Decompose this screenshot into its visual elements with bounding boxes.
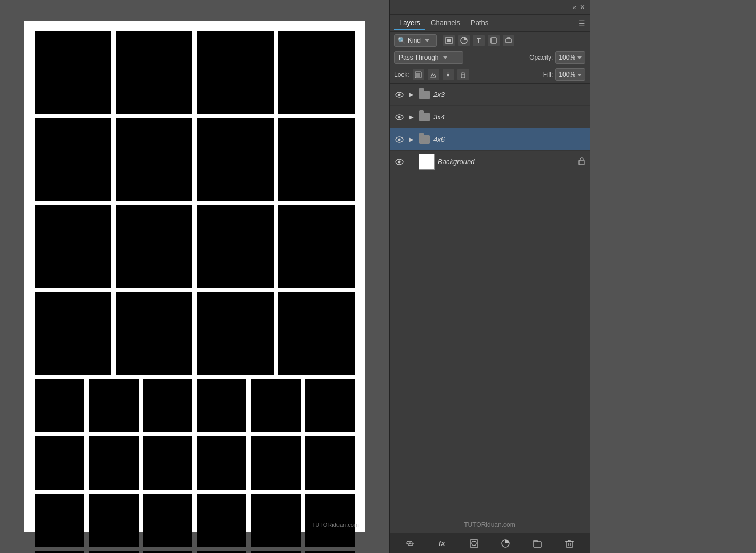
shape-filter-icon[interactable]: [488, 35, 500, 46]
lock-move-btn[interactable]: [443, 69, 454, 80]
layer-visibility-background[interactable]: [394, 157, 405, 167]
cell: [305, 494, 355, 547]
panel-menu-icon[interactable]: ☰: [578, 19, 585, 28]
add-mask-button[interactable]: [467, 536, 481, 551]
layer-folder-icon-3x4: [419, 111, 430, 123]
tab-channels[interactable]: Channels: [425, 17, 465, 30]
titlebar-icons: « ✕: [573, 3, 585, 11]
cell: [197, 436, 246, 490]
fx-label: fx: [439, 539, 445, 547]
layer-expand-2x3[interactable]: ▶: [408, 91, 415, 99]
svg-rect-17: [470, 540, 478, 547]
cell: [35, 494, 84, 547]
svg-rect-1: [447, 39, 451, 42]
fx-button[interactable]: fx: [435, 536, 449, 551]
smart-filter-icon[interactable]: [503, 35, 514, 46]
layer-item-background[interactable]: Background: [390, 151, 590, 173]
cell: [35, 205, 111, 288]
group-3x4: [35, 205, 355, 375]
fill-value[interactable]: 100%: [555, 68, 585, 81]
cell: [278, 31, 355, 114]
search-icon: 🔍: [398, 37, 406, 44]
svg-rect-3: [491, 38, 496, 43]
layer-name-4x6: 4x6: [433, 135, 585, 143]
kind-dropdown[interactable]: 🔍 Kind: [394, 34, 437, 47]
opacity-section: Opacity: 100%: [529, 51, 585, 64]
pixel-filter-icon[interactable]: [443, 35, 455, 46]
cell: [89, 494, 138, 547]
blend-mode-dropdown[interactable]: Pass Through: [394, 51, 463, 64]
layers-list: ▶ 2x3 ▶ 3x4 ▶ 4x6: [390, 84, 590, 517]
layer-item-3x4[interactable]: ▶ 3x4: [390, 106, 590, 128]
collapse-icon[interactable]: «: [573, 3, 576, 11]
add-adjustment-button[interactable]: [498, 536, 513, 551]
lock-pixel-btn[interactable]: [413, 69, 424, 80]
type-filter-icon[interactable]: T: [473, 35, 485, 46]
cell: [143, 379, 192, 432]
layer-visibility-4x6[interactable]: [394, 134, 405, 145]
fill-label: Fill:: [543, 71, 553, 78]
cell: [116, 205, 192, 288]
cell: [251, 379, 300, 432]
cell: [35, 436, 84, 490]
lock-paint-btn[interactable]: [428, 69, 439, 80]
lock-label: Lock:: [394, 71, 409, 78]
new-group-button[interactable]: [530, 536, 545, 551]
svg-rect-20: [534, 542, 541, 547]
canvas-area: TUTORiduan.com: [0, 0, 389, 553]
cell: [197, 292, 274, 375]
svg-rect-21: [566, 541, 573, 547]
blending-row: Pass Through Opacity: 100%: [390, 49, 590, 66]
svg-point-11: [398, 116, 401, 118]
cell: [35, 118, 111, 201]
group-2x3: [35, 31, 355, 201]
cell: [89, 379, 138, 432]
panel-toolbar: fx: [390, 533, 590, 553]
layer-expand-4x6[interactable]: ▶: [408, 136, 415, 143]
cell: [197, 205, 274, 288]
tab-layers[interactable]: Layers: [394, 17, 425, 30]
lock-row: Lock: Fill: 100%: [390, 66, 590, 84]
layer-locked-icon: [578, 157, 585, 167]
cell: [89, 436, 138, 490]
cell: [251, 494, 300, 547]
document-canvas: TUTORiduan.com: [24, 21, 365, 532]
tab-paths[interactable]: Paths: [465, 17, 494, 30]
cell: [197, 379, 246, 432]
layer-visibility-3x4[interactable]: [394, 112, 405, 123]
cell: [197, 118, 274, 201]
group-4x6: [35, 379, 355, 553]
fill-chevron-icon: [577, 74, 582, 76]
blend-chevron-icon: [443, 56, 447, 59]
cell: [278, 205, 355, 288]
panel-watermark: TUTORiduan.com: [390, 517, 590, 533]
grid-row-2x3-1: [35, 31, 355, 114]
cell: [143, 436, 192, 490]
grid-row-4x6-1: [35, 379, 355, 432]
grid-row-3x4-2: [35, 292, 355, 375]
svg-point-15: [398, 160, 401, 163]
panel-tabs: Layers Channels Paths ☰: [390, 15, 590, 32]
layer-item-2x3[interactable]: ▶ 2x3: [390, 84, 590, 106]
canvas-watermark: TUTORiduan.com: [312, 522, 359, 528]
cell: [278, 118, 355, 201]
svg-point-9: [398, 93, 401, 96]
grid-row-4x6-3: [35, 494, 355, 547]
delete-layer-button[interactable]: [562, 536, 577, 551]
layer-thumb-background: [419, 154, 435, 170]
layer-item-4x6[interactable]: ▶ 4x6: [390, 128, 590, 151]
svg-rect-16: [579, 160, 584, 165]
cell: [35, 379, 84, 432]
cell: [197, 494, 246, 547]
svg-point-18: [472, 541, 476, 546]
fill-section: Fill: 100%: [543, 68, 585, 81]
link-layers-button[interactable]: [403, 536, 417, 551]
lock-all-btn[interactable]: [457, 69, 469, 80]
layer-folder-icon-2x3: [419, 89, 430, 101]
layer-expand-3x4[interactable]: ▶: [408, 113, 415, 121]
adjustment-filter-icon[interactable]: [458, 35, 470, 46]
opacity-value[interactable]: 100%: [555, 51, 585, 64]
svg-point-13: [398, 138, 401, 141]
close-icon[interactable]: ✕: [580, 3, 585, 11]
layer-visibility-2x3[interactable]: [394, 90, 405, 100]
